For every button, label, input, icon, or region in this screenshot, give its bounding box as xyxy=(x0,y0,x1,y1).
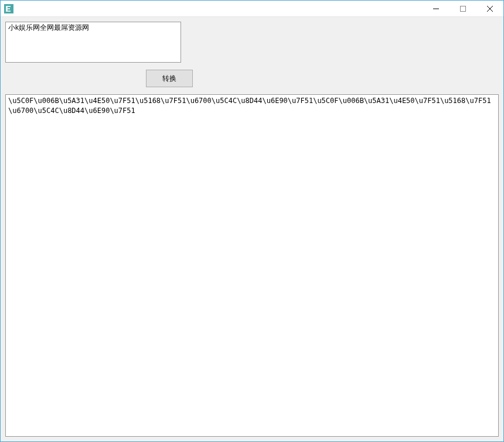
maximize-button[interactable] xyxy=(449,1,476,16)
output-textarea[interactable] xyxy=(5,94,499,437)
source-textarea[interactable] xyxy=(5,22,181,63)
input-row xyxy=(5,22,499,63)
client-area: 转换 xyxy=(1,17,503,441)
titlebar xyxy=(1,1,503,17)
e-lang-icon xyxy=(4,4,13,13)
button-row: 转换 xyxy=(5,70,499,87)
minimize-button[interactable] xyxy=(423,1,449,16)
window-controls xyxy=(423,1,503,16)
app-window: 转换 xyxy=(0,0,504,442)
close-button[interactable] xyxy=(476,1,503,16)
svg-rect-2 xyxy=(461,6,466,11)
convert-button[interactable]: 转换 xyxy=(146,70,193,87)
